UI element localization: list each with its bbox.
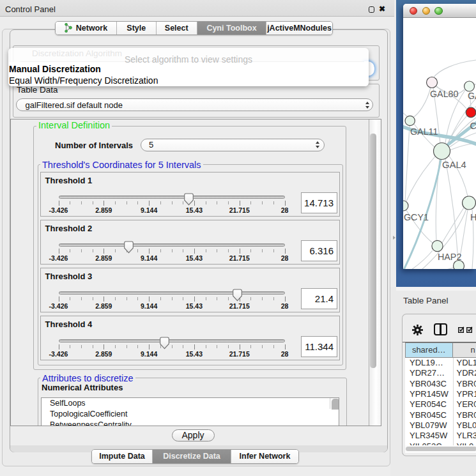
svg-text:HAP2: HAP2: [438, 252, 461, 262]
svg-text:HIS5: HIS5: [470, 212, 476, 222]
svg-text:GAL4: GAL4: [442, 160, 466, 170]
svg-text:GAL80: GAL80: [430, 89, 459, 99]
svg-text:CYC8: CYC8: [470, 121, 476, 131]
svg-text:GCY1: GCY1: [404, 212, 429, 222]
svg-text:GAL11: GAL11: [410, 127, 438, 137]
svg-text:GAL2: GAL2: [468, 91, 476, 101]
